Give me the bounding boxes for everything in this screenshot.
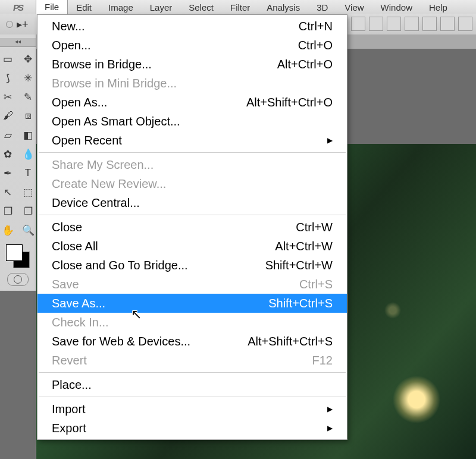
quick-mask-toggle[interactable]: [7, 273, 29, 286]
menu-item-open[interactable]: Open...Ctrl+O: [37, 36, 347, 55]
menu-item-save-for-web-devices[interactable]: Save for Web & Devices...Alt+Shift+Ctrl+…: [37, 332, 347, 351]
move-tool-icon: ▸+: [17, 18, 29, 31]
menu-item-share-my-screen: Share My Screen...: [37, 155, 347, 174]
menu-item-label: Close and Go To Bridge...: [52, 259, 188, 272]
menu-separator: [39, 372, 346, 373]
options-right-group: [351, 17, 472, 31]
menu-item-browse-in-bridge[interactable]: Browse in Bridge...Alt+Ctrl+O: [37, 55, 347, 74]
menu-item-label: Open...: [52, 39, 91, 52]
menu-item-label: Place...: [52, 378, 92, 392]
opt-btn[interactable]: [422, 17, 437, 31]
foreground-color-swatch[interactable]: [6, 244, 23, 261]
menu-item-import[interactable]: Import▶: [37, 400, 347, 419]
menubar-item-window[interactable]: Window: [372, 1, 421, 14]
tool-3d-cam[interactable]: ❐: [20, 203, 36, 219]
tool-gradient[interactable]: ◧: [20, 127, 36, 143]
menu-separator: [39, 215, 346, 215]
menubar-item-file[interactable]: File: [36, 0, 68, 14]
tool-quick-select[interactable]: ✳: [20, 70, 36, 86]
menubar-item-3d[interactable]: 3D: [308, 1, 336, 14]
menubar-item-help[interactable]: Help: [421, 1, 456, 14]
menu-item-browse-in-mini-bridge: Browse in Mini Bridge...: [37, 74, 347, 93]
tool-pen2[interactable]: ✒: [0, 165, 16, 181]
menubar-item-filter[interactable]: Filter: [222, 1, 258, 14]
menu-item-label: Import: [52, 403, 86, 416]
menu-item-new[interactable]: New...Ctrl+N: [37, 17, 347, 36]
tool-brush[interactable]: 🖌: [0, 108, 16, 124]
color-swatches[interactable]: [5, 243, 31, 269]
menu-item-shortcut: Ctrl+O: [298, 39, 333, 52]
menu-item-check-in: Check In...: [37, 313, 347, 332]
tool-pen[interactable]: 💧: [20, 146, 36, 162]
menu-item-save: SaveCtrl+S: [37, 275, 347, 294]
menu-item-label: Close All: [52, 240, 98, 253]
submenu-arrow-icon: ▶: [315, 424, 333, 432]
toolbox-collapse-icon[interactable]: ◂◂: [0, 38, 36, 47]
menu-separator: [39, 397, 346, 397]
opt-btn[interactable]: [458, 17, 472, 31]
menu-item-export[interactable]: Export▶: [37, 419, 347, 438]
menu-item-shortcut: Ctrl+N: [299, 20, 333, 33]
menu-item-label: New...: [52, 20, 85, 33]
menu-item-close[interactable]: CloseCtrl+W: [37, 218, 347, 237]
tool-eraser[interactable]: ▱: [0, 127, 16, 143]
menu-item-label: Save As...: [52, 297, 105, 310]
submenu-arrow-icon: ▶: [315, 405, 333, 413]
file-menu-dropdown: New...Ctrl+NOpen...Ctrl+OBrowse in Bridg…: [37, 14, 347, 440]
menu-item-shortcut: Shift+Ctrl+W: [265, 259, 333, 272]
options-gripper-icon: [6, 21, 13, 28]
tool-arrow[interactable]: ↖: [0, 184, 16, 200]
menu-item-close-all[interactable]: Close AllAlt+Ctrl+W: [37, 237, 347, 256]
tool-stamp[interactable]: ⧇: [20, 108, 36, 124]
menu-item-label: Browse in Bridge...: [52, 58, 152, 71]
menubar-item-view[interactable]: View: [336, 1, 372, 14]
menu-item-revert: RevertF12: [37, 351, 347, 370]
menubar-item-image[interactable]: Image: [100, 1, 142, 14]
menu-item-open-as[interactable]: Open As...Alt+Shift+Ctrl+O: [37, 93, 347, 112]
toolbox: ◂◂ ▭✥⟆✳✂✎🖌⧇▱◧✿💧✒T↖⬚❒❐✋🔍: [0, 34, 36, 459]
tool-move-alt[interactable]: ✥: [20, 51, 36, 67]
menubar-item-layer[interactable]: Layer: [142, 1, 181, 14]
menu-item-device-central[interactable]: Device Central...: [37, 193, 347, 212]
menu-item-shortcut: F12: [312, 354, 333, 367]
submenu-arrow-icon: ▶: [315, 136, 333, 144]
opt-btn[interactable]: [387, 17, 401, 31]
menu-item-label: Open As...: [52, 96, 107, 109]
menu-item-label: Save for Web & Devices...: [52, 335, 190, 348]
menu-item-create-new-review: Create New Review...: [37, 174, 347, 193]
menu-item-close-and-go-to-bridge[interactable]: Close and Go To Bridge...Shift+Ctrl+W: [37, 256, 347, 275]
tool-type[interactable]: T: [20, 165, 36, 181]
opt-btn[interactable]: [369, 17, 383, 31]
tool-3d[interactable]: ❒: [0, 203, 16, 219]
menu-item-place[interactable]: Place...: [37, 375, 347, 394]
tool-marquee[interactable]: ▭: [0, 51, 16, 67]
menubar-item-analysis[interactable]: Analysis: [258, 1, 308, 14]
menu-item-label: Check In...: [52, 316, 109, 329]
tool-path[interactable]: ⬚: [20, 184, 36, 200]
opt-btn[interactable]: [351, 17, 365, 31]
menu-item-save-as[interactable]: Save As...Shift+Ctrl+S: [37, 294, 347, 313]
menu-item-shortcut: Ctrl+S: [299, 278, 333, 291]
opt-btn[interactable]: [440, 17, 455, 31]
tool-lasso[interactable]: ⟆: [0, 70, 16, 86]
menu-item-label: Save: [52, 278, 79, 291]
menu-item-shortcut: Alt+Ctrl+W: [275, 240, 333, 253]
menu-item-shortcut: Alt+Shift+Ctrl+O: [246, 96, 333, 109]
menu-item-open-recent[interactable]: Open Recent▶: [37, 131, 347, 150]
menubar-item-edit[interactable]: Edit: [68, 1, 100, 14]
menubar-item-select[interactable]: Select: [180, 1, 222, 14]
tool-hand[interactable]: ✋: [0, 222, 16, 238]
tool-crop[interactable]: ✂: [0, 89, 16, 105]
menu-item-label: Device Central...: [52, 196, 140, 210]
tool-zoom[interactable]: 🔍: [20, 222, 36, 238]
tool-eyedropper[interactable]: ✎: [20, 89, 36, 105]
toolbox-filler: [0, 291, 36, 459]
menu-item-shortcut: Alt+Shift+Ctrl+S: [248, 335, 333, 348]
menu-item-open-as-smart-object[interactable]: Open As Smart Object...: [37, 112, 347, 131]
menu-item-label: Revert: [52, 354, 87, 367]
opt-btn[interactable]: [405, 17, 419, 31]
menu-separator: [39, 152, 346, 153]
menubar: PS FileEditImageLayerSelectFilterAnalysi…: [0, 0, 476, 15]
menu-item-label: Export: [52, 422, 86, 435]
tool-drop[interactable]: ✿: [0, 146, 16, 162]
